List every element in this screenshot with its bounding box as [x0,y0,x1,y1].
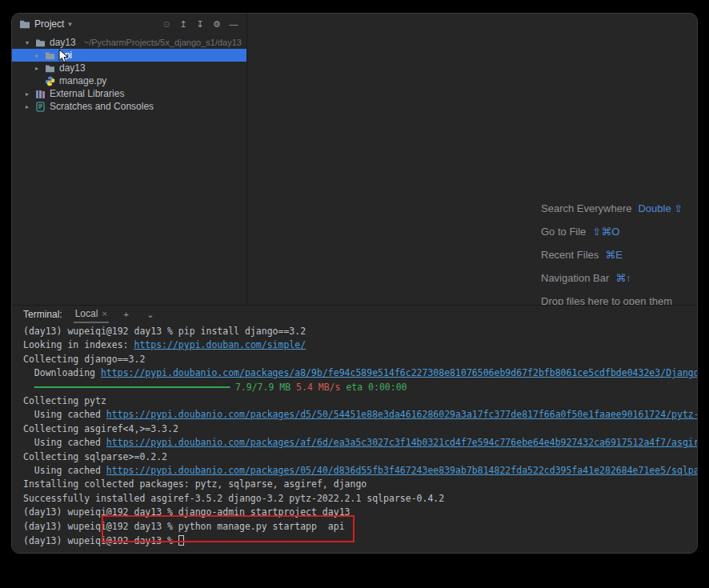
terminal-tab-local[interactable]: Local × [74,306,109,323]
terminal-text: Collecting asgiref<4,>=3.3.2 [23,423,178,434]
terminal-text: Using cached [23,437,106,448]
terminal-line: Installing collected packages: pytz, sql… [23,478,698,491]
tree-item-label: Scratches and Consoles [50,101,154,112]
terminal-text [23,382,34,393]
expand-all-icon[interactable]: ↥ [177,19,190,30]
shortcut-hint: Navigation Bar⌘↑ [541,272,683,285]
shortcut-hint: Recent Files⌘E [541,249,683,262]
terminal-link[interactable]: https://pypi.douban.com/simple/ [134,339,306,350]
shortcut-hint-keys: ⌘E [605,249,623,262]
terminal-text: Downloading [23,367,101,378]
terminal-link[interactable]: https://pypi.doubanio.com/packages/a8/9b… [101,367,698,378]
terminal-line: Using cached https://pypi.doubanio.com/p… [23,408,698,422]
shortcut-hint-keys: Double ⇧ [638,202,683,215]
terminal-line: (day13) wupeiqi@192 day13 % python manag… [23,520,698,534]
chevron-right-icon[interactable]: ▸ [23,103,31,110]
terminal-text: Using cached [23,409,106,420]
terminal-text: (day13) wupeiqi@192 day13 % django-admin… [23,506,350,518]
terminal-line: Successfully installed asgiref-3.5.2 dja… [23,492,698,506]
mouse-cursor [58,49,69,64]
terminal-text: Looking in indexes: [23,339,134,350]
terminal-output[interactable]: (day13) wupeiqi@192 day13 % pip install … [12,323,698,549]
terminal-line: Looking in indexes: https://pypi.douban.… [23,338,698,352]
settings-icon[interactable]: ⚙ [210,19,223,30]
shortcut-hint-label: Go to File [541,226,586,238]
tree-item-scratches-and-consoles[interactable]: ▸Scratches and Consoles [12,100,246,113]
chevron-down-icon[interactable]: ▾ [68,20,72,28]
shortcut-hint-label: Search Everywhere [541,202,631,215]
terminal-header: Terminal: Local × + ⌄ [12,306,698,323]
chevron-right-icon[interactable]: ▸ [33,65,41,72]
terminal-text: (day13) wupeiqi@192 day13 % [23,535,178,546]
terminal-text: Using cached [23,465,106,476]
progress-bar: ━━━━━━━━━━━━━━━━━━━━━━━━━━━━━━━━━━━━━━ [34,382,230,393]
project-tool-window: Project ▾ ⊙ ↥ ↧ ⚙ — ▾day13~/PycharmProje… [12,14,247,305]
terminal-text: Collecting django==3.2 [23,354,145,365]
terminal-line: Collecting sqlparse>=0.2.2 [23,450,698,464]
terminal-cursor [178,535,184,546]
terminal-link[interactable]: https://pypi.doubanio.com/packages/05/40… [106,465,698,476]
tree-item-label: manage.py [59,75,106,86]
terminal-text: Successfully installed asgiref-3.5.2 dja… [23,493,444,504]
chevron-right-icon[interactable]: ▸ [23,90,31,98]
tree-item-path: ~/PycharmProjects/5x_django_s1/day13 [84,38,242,47]
scratches-icon [34,101,46,112]
folder-icon [44,50,56,61]
folder-icon [44,62,56,74]
shortcut-hint-label: Recent Files [541,249,599,262]
terminal-text: 5.4 MB/s [290,382,340,393]
shortcut-hint: Go to File⇧⌘O [541,226,683,238]
hide-panel-icon[interactable]: — [227,19,240,29]
terminal-panel: Terminal: Local × + ⌄ (day13) wupeiqi@19… [12,305,698,554]
tree-item-label: day13 [59,62,86,74]
tree-item-label: day13 [50,37,76,48]
terminal-line: (day13) wupeiqi@192 day13 % django-admin… [23,506,698,519]
terminal-line: (day13) wupeiqi@192 day13 % pip install … [23,325,698,338]
project-panel-header: Project ▾ ⊙ ↥ ↧ ⚙ — [12,14,246,34]
shortcut-hint-keys: ⌘↑ [615,272,631,285]
close-tab-icon[interactable]: × [102,309,106,318]
project-panel-title[interactable]: Project [34,18,64,30]
terminal-line: Using cached https://pypi.doubanio.com/p… [23,464,698,478]
terminal-line: Collecting django==3.2 [23,353,698,366]
shortcut-hint-keys: ⇧⌘O [592,226,619,238]
terminal-label: Terminal: [23,309,62,320]
tree-item-external-libraries[interactable]: ▸External Libraries [12,87,246,100]
terminal-text: Collecting sqlparse>=0.2.2 [23,451,167,462]
terminal-line: Using cached https://pypi.doubanio.com/p… [23,436,698,450]
tree-item-api[interactable]: ▸api [12,49,246,62]
python-icon [44,75,56,86]
terminal-line: Collecting asgiref<4,>=3.3.2 [23,422,698,436]
shortcut-hint: Search EverywhereDouble ⇧ [541,202,683,215]
terminal-text: eta 0:00:00 [340,382,407,393]
terminal-options-icon[interactable]: ⌄ [144,310,157,320]
terminal-tab-label: Local [75,308,98,319]
folder-icon [34,37,46,48]
chevron-down-icon[interactable]: ▾ [23,39,31,46]
editor-shortcut-hints: Search EverywhereDouble ⇧Go to File⇧⌘ORe… [541,202,683,308]
terminal-link[interactable]: https://pypi.doubanio.com/packages/af/6d… [106,437,698,448]
terminal-line: (day13) wupeiqi@192 day13 % [23,534,698,548]
terminal-text: (day13) wupeiqi@192 day13 % pip install … [23,326,306,337]
tree-item-label: External Libraries [50,88,124,99]
new-terminal-icon[interactable]: + [120,310,133,319]
tree-item-manage-py[interactable]: manage.py [12,74,246,87]
shortcut-hint-label: Navigation Bar [541,272,609,285]
terminal-text: Collecting pytz [23,395,106,406]
terminal-text: Installing collected packages: pytz, sql… [23,478,367,490]
terminal-text: 7.9/7.9 MB [230,382,290,393]
locate-file-icon[interactable]: ⊙ [160,19,173,30]
terminal-line: ━━━━━━━━━━━━━━━━━━━━━━━━━━━━━━━━━━━━━━ 7… [23,381,698,394]
terminal-line: Collecting pytz [23,394,698,408]
terminal-text: (day13) wupeiqi@192 day13 % python manag… [23,521,345,532]
terminal-line: Downloading https://pypi.doubanio.com/pa… [23,366,698,380]
tree-item-day13[interactable]: ▸day13 [12,62,246,74]
project-tool-icon [18,18,30,30]
libraries-icon [34,88,46,99]
tree-item-day13[interactable]: ▾day13~/PycharmProjects/5x_django_s1/day… [12,36,246,49]
terminal-link[interactable]: https://pypi.doubanio.com/packages/d5/50… [106,409,698,420]
pycharm-window: Search EverywhereDouble ⇧Go to File⇧⌘ORe… [11,13,698,554]
project-tree: ▾day13~/PycharmProjects/5x_django_s1/day… [12,34,246,113]
chevron-right-icon[interactable]: ▸ [33,52,41,59]
collapse-all-icon[interactable]: ↧ [194,19,206,30]
